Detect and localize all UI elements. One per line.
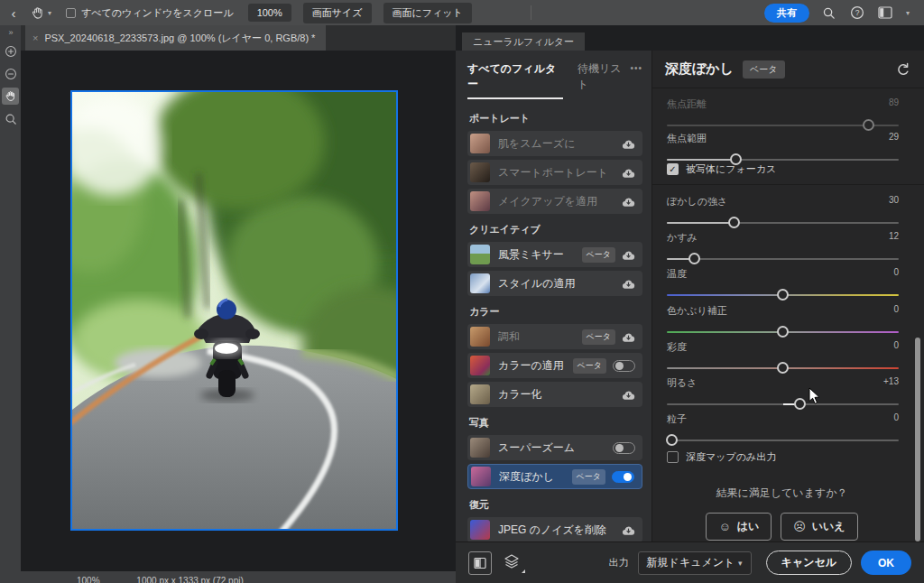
feedback-block: 結果に満足していますか？ ☺ はい ☹ いいえ <box>652 486 911 541</box>
slider-haze[interactable]: かすみ12 <box>667 231 899 264</box>
tab-waitlist[interactable]: 待機リスト <box>578 61 631 92</box>
slider-handle[interactable] <box>794 398 806 410</box>
status-zoom: 100% <box>77 576 100 583</box>
cloud-download-icon[interactable] <box>622 278 635 290</box>
filter-row-landscape-mixer[interactable]: 風景ミキサー ベータ <box>467 242 642 267</box>
close-tab-icon[interactable]: × <box>32 32 38 43</box>
beta-badge: ベータ <box>582 247 615 263</box>
filter-thumbnail <box>470 438 490 458</box>
zoom-out-tool[interactable] <box>2 65 19 82</box>
slider-handle[interactable] <box>777 289 789 301</box>
cloud-download-icon[interactable] <box>622 196 635 208</box>
hand-tool-caret-icon[interactable]: ▾ <box>48 9 51 17</box>
zoom-tool[interactable] <box>2 110 19 127</box>
section-portrait: ポートレート <box>469 112 642 125</box>
filter-thumbnail <box>470 384 490 404</box>
filter-thumbnail <box>470 327 490 347</box>
neural-filters-panel-tab[interactable]: ニューラルフィルター <box>462 32 585 51</box>
search-icon[interactable] <box>821 5 837 21</box>
cancel-button[interactable]: キャンセル <box>766 551 852 575</box>
slider-handle[interactable] <box>777 362 789 374</box>
filter-row-makeup-transfer[interactable]: メイクアップを適用 <box>467 189 642 214</box>
hand-tool[interactable] <box>2 88 19 105</box>
canvas-area[interactable] <box>21 51 456 571</box>
collapse-panel-icon[interactable]: » <box>0 25 21 37</box>
document-tab[interactable]: × PSX_20240618_2233573.jpg @ 100% (レイヤー … <box>25 25 326 51</box>
settings-title: 深度ぼかし <box>665 60 734 78</box>
focus-subject-checkbox[interactable]: ✓ 被写体にフォーカス <box>667 162 776 176</box>
output-depth-map-checkbox[interactable]: 深度マップのみ出力 <box>667 450 776 464</box>
slider-focal-range[interactable]: 焦点範囲29 <box>667 132 899 165</box>
settings-header: 深度ぼかし ベータ <box>652 51 924 88</box>
document-tab-bar: × PSX_20240618_2233573.jpg @ 100% (レイヤー … <box>21 25 456 51</box>
filter-row-smooth-skin[interactable]: 肌をスムーズに <box>467 131 642 156</box>
feedback-no-button[interactable]: ☹ いいえ <box>781 513 857 541</box>
neural-filters-dialog: すべてのフィルター 待機リスト ••• ポートレート 肌をスムーズに スマートポ… <box>456 51 924 583</box>
filter-toggle-on[interactable] <box>612 471 634 483</box>
hand-tool-icon[interactable] <box>27 4 47 22</box>
slider-temperature[interactable]: 温度0 <box>667 267 899 301</box>
slider-handle[interactable] <box>666 434 678 446</box>
back-chevron-icon[interactable]: ‹ <box>0 5 27 21</box>
slider-handle[interactable] <box>777 326 789 338</box>
settings-scrollbar[interactable] <box>915 338 920 541</box>
beta-badge: ベータ <box>572 469 605 485</box>
slider-tint[interactable]: 色かぶり補正0 <box>667 304 899 338</box>
filter-thumbnail <box>471 467 491 486</box>
tab-all-filters[interactable]: すべてのフィルター <box>467 61 563 99</box>
beta-badge: ベータ <box>573 358 606 374</box>
filter-row-colorize[interactable]: カラー化 <box>467 382 642 407</box>
feedback-yes-button[interactable]: ☺ はい <box>706 513 772 541</box>
filter-thumbnail <box>470 520 490 540</box>
filter-row-color-transfer[interactable]: カラーの適用 ベータ <box>467 353 642 378</box>
compare-preview-icon[interactable] <box>468 551 492 575</box>
cloud-download-icon[interactable] <box>622 167 635 179</box>
fit-on-screen-button[interactable]: 画面にフィット <box>383 3 472 23</box>
filter-list: すべてのフィルター 待機リスト ••• ポートレート 肌をスムーズに スマートポ… <box>456 51 651 541</box>
cloud-download-icon[interactable] <box>622 138 635 150</box>
layers-icon[interactable] <box>504 553 523 573</box>
status-bar: 100% 1000 px x 1333 px (72 ppi) <box>21 571 456 583</box>
cloud-download-icon[interactable] <box>622 389 635 401</box>
slider-focal-distance[interactable]: 焦点距離89 <box>667 97 899 131</box>
image-preview[interactable] <box>70 90 398 531</box>
reset-icon[interactable] <box>895 61 911 78</box>
filter-row-style-transfer[interactable]: スタイルの適用 <box>467 271 642 296</box>
slider-handle[interactable] <box>728 217 740 228</box>
scroll-all-windows-label: すべてのウィンドウをスクロール <box>81 6 234 20</box>
divider <box>652 184 924 185</box>
checkbox-unchecked-icon[interactable] <box>667 451 679 463</box>
more-menu-icon[interactable]: ••• <box>630 61 642 73</box>
slider-grain[interactable]: 粒子0 <box>667 412 899 446</box>
slider-saturation[interactable]: 彩度0 <box>667 340 899 374</box>
share-button[interactable]: 共有 <box>764 4 809 23</box>
filter-row-harmonization[interactable]: 調和 ベータ <box>467 324 642 349</box>
filter-toggle-off[interactable] <box>613 442 635 454</box>
slider-brightness[interactable]: 明るさ+13 <box>667 376 899 410</box>
filter-row-jpeg-artifacts[interactable]: JPEG のノイズを削除 <box>467 517 642 542</box>
cloud-download-icon[interactable] <box>622 249 635 261</box>
beta-badge: ベータ <box>582 329 615 345</box>
slider-blur-strength[interactable]: ぼかしの強さ30 <box>667 195 899 228</box>
slider-handle[interactable] <box>863 119 874 131</box>
zoom-in-tool[interactable] <box>2 42 19 60</box>
checkbox-checked-icon[interactable]: ✓ <box>667 163 679 175</box>
screen-size-button[interactable]: 画面サイズ <box>303 3 372 23</box>
cloud-download-icon[interactable] <box>622 524 635 536</box>
help-icon[interactable]: ? <box>849 5 865 21</box>
zoom-100-button[interactable]: 100% <box>248 4 291 22</box>
filter-toggle-off[interactable] <box>613 360 635 372</box>
ok-button[interactable]: OK <box>861 551 911 575</box>
section-creative: クリエイティブ <box>469 223 642 236</box>
filter-thumbnail <box>470 245 490 264</box>
filter-row-super-zoom[interactable]: スーパーズーム <box>467 435 642 460</box>
filter-tabs: すべてのフィルター 待機リスト ••• <box>467 61 642 99</box>
scroll-all-windows-checkbox[interactable] <box>66 8 76 18</box>
cloud-download-icon[interactable] <box>622 331 635 343</box>
workspace-icon[interactable] <box>877 5 893 21</box>
filter-row-depth-blur[interactable]: 深度ぼかし ベータ <box>467 464 642 489</box>
slider-handle[interactable] <box>688 253 700 264</box>
workspace-caret-icon[interactable]: ▾ <box>906 9 910 17</box>
filter-row-smart-portrait[interactable]: スマートポートレート <box>467 160 642 185</box>
output-dropdown[interactable]: 新規ドキュメント ▾ <box>638 551 752 575</box>
